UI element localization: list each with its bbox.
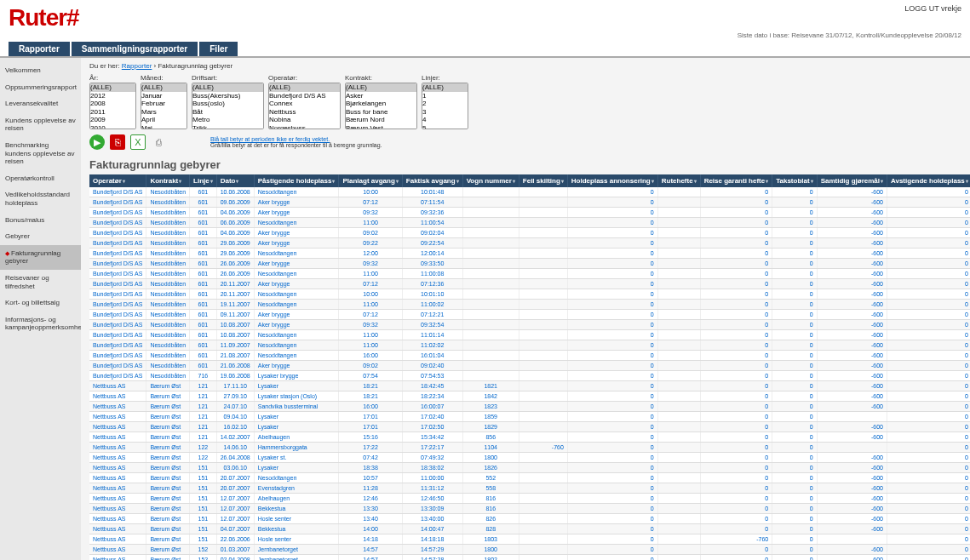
- data-grid: Operatør▾Kontrakt▾Linje▾Dato▾Påstigende …: [89, 174, 970, 560]
- table-row: Bundefjord D/S ASNesoddbåten60110.08.200…: [89, 330, 970, 340]
- filter-select-kontrakt[interactable]: (ALLE)AskerBjørkelangenBuss for baneBæru…: [345, 83, 417, 129]
- table-row: Bundefjord D/S ASNesoddbåten60121.08.200…: [89, 351, 970, 361]
- filter-label-op: Operatør:: [268, 74, 341, 82]
- sidebar-item-12[interactable]: Informasjons- og kampanjeoppmerksomhet: [0, 311, 81, 336]
- table-row: Bundefjord D/S ASNesoddbåten60104.06.200…: [89, 228, 970, 238]
- tab-bar: RapporterSammenligningsrapporterFiler: [0, 42, 970, 58]
- filter-label-drift: Driftsart:: [192, 74, 264, 82]
- hint-text: Blå tall betyr at perioden ikke er ferdi…: [210, 136, 382, 148]
- col-1[interactable]: Kontrakt▾: [146, 174, 190, 187]
- breadcrumb-link[interactable]: Rapporter: [122, 62, 152, 70]
- col-4[interactable]: Påstigende holdeplass▾: [254, 174, 339, 187]
- table-row: Nettbuss ASBærum Øst15112.07.2007Hosle s…: [89, 514, 970, 524]
- table-row: Bundefjord D/S ASNesoddbåten60129.06.200…: [89, 238, 970, 249]
- meta-info: Siste dato i base: Reisevane 31/07/12, K…: [0, 31, 970, 42]
- sidebar-item-7[interactable]: Bonus/malus: [0, 212, 81, 229]
- table-row: Nettbuss ASBærum Øst12114.02.2007Abelhau…: [89, 432, 970, 443]
- col-5[interactable]: Planlagt avgang▾: [339, 174, 402, 187]
- filter-select-drift[interactable]: (ALLE)Buss(Akershus)Buss(oslo)BåtMetroTr…: [192, 83, 264, 129]
- table-row: Bundefjord D/S ASNesoddbåten60110.08.200…: [89, 320, 970, 330]
- table-row: Nettbuss ASBærum Øst12124.07.10Sandvika …: [89, 402, 970, 412]
- filter-select-op[interactable]: (ALLE)Bundefjord D/S ASConnexNettbussNob…: [268, 83, 341, 129]
- sidebar-item-11[interactable]: Kort- og billettsalg: [0, 294, 81, 311]
- filter-label-kontrakt: Kontrakt:: [345, 74, 417, 82]
- col-14[interactable]: Avstigende holdeplass▾: [887, 174, 970, 187]
- col-8[interactable]: Feil skilting▾: [519, 174, 567, 187]
- sidebar-item-1[interactable]: Oppsummeringsrapport: [0, 79, 81, 96]
- table-row: Bundefjord D/S ASNesoddbåten71619.06.200…: [89, 371, 970, 381]
- sidebar-item-10[interactable]: Reisevaner og tilfredshet: [0, 270, 81, 294]
- table-row: Nettbuss ASBærum Øst15112.07.2007Bekkest…: [89, 504, 970, 514]
- col-3[interactable]: Dato▾: [216, 174, 254, 187]
- sidebar-item-8[interactable]: Gebyrer: [0, 228, 81, 245]
- table-row: Nettbuss ASBærum Øst12109.04.10Lysaker17…: [89, 412, 970, 422]
- tab-2[interactable]: Filer: [199, 42, 238, 56]
- table-row: Bundefjord D/S ASNesoddbåten60120.11.200…: [89, 289, 970, 300]
- table-title: Fakturagrunnlag gebyrer: [89, 158, 970, 171]
- table-row: Bundefjord D/S ASNesoddbåten60110.06.200…: [89, 187, 970, 197]
- table-row: Nettbuss ASBærum Øst15201.03.2007Jernban…: [89, 545, 970, 555]
- filter-select-linje[interactable]: (ALLE)12345: [422, 83, 468, 129]
- table-row: Bundefjord D/S ASNesoddbåten60121.06.200…: [89, 361, 970, 371]
- table-row: Nettbuss ASBærum Øst15120.07.2007Evensta…: [89, 483, 970, 494]
- tab-1[interactable]: Sammenligningsrapporter: [72, 42, 198, 56]
- breadcrumb: Du er her: Rapporter › Fakturagrunnlag g…: [89, 62, 970, 70]
- print-icon[interactable]: ⎙: [151, 134, 166, 150]
- table-row: Nettbuss ASBærum Øst15120.07.2007Nesoddt…: [89, 473, 970, 483]
- col-13[interactable]: Samtidig gjøremål▾: [817, 174, 887, 187]
- table-row: Nettbuss ASBærum Øst12214.06.10Hammersbo…: [89, 443, 970, 453]
- col-12[interactable]: Takstoblat▾: [772, 174, 817, 187]
- table-row: Bundefjord D/S ASNesoddbåten60104.06.200…: [89, 208, 970, 218]
- table-row: Bundefjord D/S ASNesoddbåten60109.06.200…: [89, 197, 970, 208]
- table-row: Nettbuss ASBærum Øst15122.06.2006Hosle s…: [89, 534, 970, 545]
- table-row: Bundefjord D/S ASNesoddbåten60106.06.200…: [89, 218, 970, 228]
- sidebar-item-2[interactable]: Leveransekvalitet: [0, 95, 81, 112]
- sidebar: VelkommenOppsummeringsrapportLeveransekv…: [0, 58, 81, 560]
- table-row: Nettbuss ASBærum Øst15104.07.2007Bekkest…: [89, 524, 970, 534]
- col-2[interactable]: Linje▾: [190, 174, 217, 187]
- filter-select-year[interactable]: (ALLE)20122008201120092010: [89, 83, 136, 129]
- sidebar-item-9[interactable]: ◆Fakturagrunnlag gebyrer: [0, 245, 81, 270]
- col-0[interactable]: Operatør▾: [89, 174, 146, 187]
- col-7[interactable]: Vogn nummer▾: [462, 174, 519, 187]
- table-row: Nettbuss ASBærum Øst15112.07.2007Abelhau…: [89, 494, 970, 504]
- table-row: Nettbuss ASBærum Øst15202.04.2008Jernban…: [89, 555, 970, 561]
- col-11[interactable]: Reise garanti hefte▾: [700, 174, 772, 187]
- filter-select-month[interactable]: (ALLE)JanuarFebruarMarsAprilMai: [141, 83, 187, 129]
- logo: Ruter#: [9, 4, 79, 31]
- table-row: Bundefjord D/S ASNesoddbåten60119.11.200…: [89, 300, 970, 310]
- table-row: Nettbuss ASBærum Øst15103.06.10Lysaker18…: [89, 463, 970, 473]
- table-row: Bundefjord D/S ASNesoddbåten60120.11.200…: [89, 279, 970, 289]
- sidebar-item-4[interactable]: Benchmarking kundens opplevelse av reise…: [0, 137, 81, 170]
- table-row: Nettbuss ASBærum Øst12117.11.10Lysaker18…: [89, 381, 970, 391]
- table-row: Bundefjord D/S ASNesoddbåten60109.11.200…: [89, 310, 970, 320]
- tab-0[interactable]: Rapporter: [9, 42, 70, 56]
- filter-label-linje: Linjer:: [422, 74, 468, 82]
- table-row: Bundefjord D/S ASNesoddbåten60129.06.200…: [89, 249, 970, 259]
- sidebar-item-5[interactable]: Operatørkontroll: [0, 170, 81, 187]
- filter-label-year: År:: [89, 74, 136, 82]
- col-6[interactable]: Faktisk avgang▾: [402, 174, 462, 187]
- table-row: Nettbuss ASBærum Øst12127.09.10Lysaker s…: [89, 391, 970, 402]
- logout-link[interactable]: LOGG UT vrekje: [904, 4, 961, 13]
- run-icon[interactable]: ▶: [89, 134, 105, 150]
- sidebar-item-6[interactable]: Vedlikeholdsstandard holdeplass: [0, 186, 81, 211]
- col-10[interactable]: Rutehefte▾: [657, 174, 700, 187]
- table-row: Bundefjord D/S ASNesoddbåten60111.09.200…: [89, 340, 970, 351]
- table-row: Bundefjord D/S ASNesoddbåten60126.06.200…: [89, 269, 970, 279]
- excel-icon[interactable]: X: [130, 134, 146, 150]
- table-row: Nettbuss ASBærum Øst12226.04.2008Lysaker…: [89, 453, 970, 463]
- filter-label-month: Måned:: [141, 74, 187, 82]
- table-row: Bundefjord D/S ASNesoddbåten60126.06.200…: [89, 259, 970, 269]
- col-9[interactable]: Holdeplass annonsering▾: [567, 174, 657, 187]
- pdf-icon[interactable]: ⎘: [110, 134, 125, 150]
- sidebar-item-3[interactable]: Kundens opplevelse av reisen: [0, 112, 81, 137]
- sidebar-item-0[interactable]: Velkommen: [0, 62, 81, 79]
- table-row: Nettbuss ASBærum Øst12116.02.10Lysaker17…: [89, 422, 970, 432]
